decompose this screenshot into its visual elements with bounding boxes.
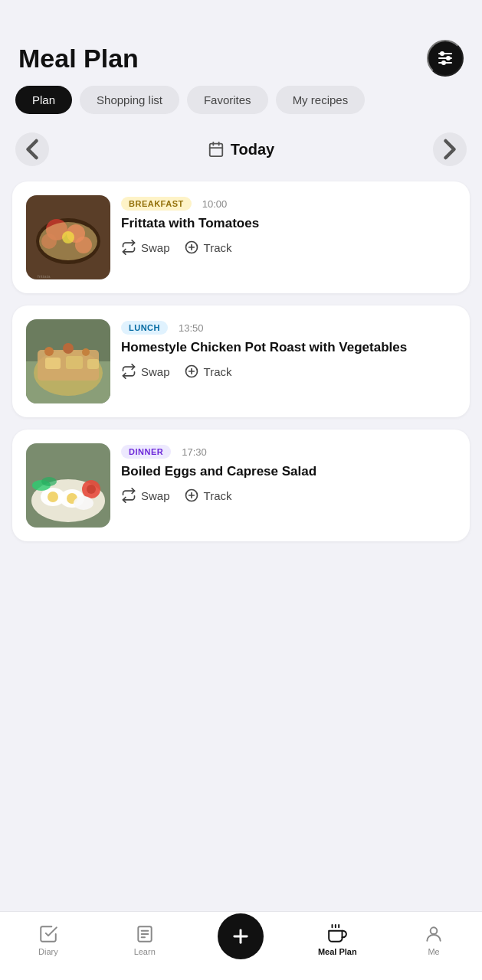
meal-name-breakfast: Frittata with Tomatoes [121, 215, 456, 232]
bottom-navigation: Diary Learn Meal Plan [0, 911, 482, 980]
plus-circle-icon-dinner [184, 488, 199, 503]
tab-shopping-list[interactable]: Shopping list [80, 86, 179, 114]
swap-button-dinner[interactable]: Swap [121, 488, 170, 503]
plus-circle-icon [184, 240, 199, 255]
svg-point-30 [44, 347, 54, 356]
meal-meta-breakfast: BREAKFAST 10:00 [121, 197, 456, 211]
swap-icon [121, 240, 136, 255]
swap-button-breakfast[interactable]: Swap [121, 240, 170, 255]
diary-icon [38, 924, 58, 944]
learn-icon [135, 924, 155, 944]
meal-name-lunch: Homestyle Chicken Pot Roast with Vegetab… [121, 339, 456, 356]
meal-badge-dinner: DINNER [121, 445, 171, 459]
meal-info-lunch: LUNCH 13:50 Homestyle Chicken Pot Roast … [121, 319, 456, 379]
tab-plan[interactable]: Plan [15, 86, 72, 114]
svg-point-44 [87, 485, 96, 494]
page-header: Meal Plan [0, 0, 482, 86]
add-button[interactable] [218, 913, 264, 959]
date-navigation: Today [0, 126, 482, 181]
svg-rect-29 [87, 359, 99, 369]
filter-button[interactable] [427, 40, 464, 77]
nav-item-add[interactable] [193, 913, 290, 967]
filter-icon [436, 49, 454, 67]
meal-badge-lunch: LUNCH [121, 321, 168, 335]
nav-item-diary[interactable]: Diary [0, 924, 97, 956]
nav-item-learn[interactable]: Learn [97, 924, 193, 956]
swap-button-lunch[interactable]: Swap [121, 364, 170, 379]
svg-point-46 [41, 477, 57, 486]
meal-image-breakfast: frittata [26, 195, 110, 279]
swap-icon-dinner [121, 488, 136, 503]
svg-rect-28 [66, 356, 83, 369]
meal-info-dinner: DINNER 17:30 Boiled Eggs and Caprese Sal… [121, 443, 456, 503]
nav-item-me[interactable]: Me [385, 924, 482, 956]
meal-meta-dinner: DINNER 17:30 [121, 445, 456, 459]
track-button-dinner[interactable]: Track [184, 488, 232, 503]
svg-rect-6 [210, 144, 223, 157]
nav-label-me: Me [428, 947, 439, 956]
swap-icon-lunch [121, 364, 136, 379]
mealplan-icon [327, 924, 347, 944]
next-date-button[interactable] [433, 132, 467, 166]
svg-text:frittata: frittata [38, 274, 51, 279]
svg-point-32 [82, 348, 90, 356]
meal-meta-lunch: LUNCH 13:50 [121, 321, 456, 335]
svg-point-31 [63, 343, 74, 354]
meal-actions-dinner: Swap Track [121, 488, 456, 503]
svg-point-61 [431, 927, 438, 934]
svg-point-17 [62, 231, 74, 243]
meal-time-lunch: 13:50 [175, 322, 204, 334]
plus-icon [230, 926, 251, 947]
svg-point-3 [447, 57, 450, 60]
tab-my-recipes[interactable]: My recipes [276, 86, 366, 114]
meal-time-breakfast: 10:00 [199, 198, 228, 210]
current-date: Today [49, 141, 433, 158]
meal-badge-breakfast: BREAKFAST [121, 197, 192, 211]
nav-item-mealplan[interactable]: Meal Plan [289, 924, 385, 956]
nav-label-learn: Learn [134, 947, 156, 956]
tab-favorites[interactable]: Favorites [187, 86, 268, 114]
page-title: Meal Plan [18, 44, 139, 74]
meals-list: frittata BREAKFAST 10:00 Frittata with T… [0, 181, 482, 541]
meal-actions-lunch: Swap Track [121, 364, 456, 379]
plus-circle-icon-lunch [184, 364, 199, 379]
nav-label-diary: Diary [38, 947, 58, 956]
track-button-breakfast[interactable]: Track [184, 240, 232, 255]
profile-icon [424, 924, 444, 944]
svg-point-5 [442, 61, 445, 64]
svg-point-1 [441, 52, 444, 55]
meal-card-lunch: LUNCH 13:50 Homestyle Chicken Pot Roast … [12, 305, 470, 417]
svg-point-47 [74, 496, 93, 510]
prev-date-button[interactable] [15, 132, 49, 166]
meal-name-dinner: Boiled Eggs and Caprese Salad [121, 463, 456, 480]
svg-point-40 [48, 492, 58, 502]
meal-info-breakfast: BREAKFAST 10:00 Frittata with Tomatoes [121, 195, 456, 255]
track-button-lunch[interactable]: Track [184, 364, 232, 379]
chevron-right-icon [433, 132, 467, 166]
meal-actions-breakfast: Swap Track [121, 240, 456, 255]
calendar-icon [208, 141, 225, 158]
meal-card-dinner: DINNER 17:30 Boiled Eggs and Caprese Sal… [12, 430, 470, 541]
meal-card-breakfast: frittata BREAKFAST 10:00 Frittata with T… [12, 181, 470, 293]
svg-rect-27 [45, 358, 61, 369]
meal-image-dinner [26, 443, 110, 528]
tab-bar: Plan Shopping list Favorites My recipes [0, 86, 482, 126]
meal-image-lunch [26, 319, 110, 403]
nav-label-mealplan: Meal Plan [318, 947, 357, 956]
meal-time-dinner: 17:30 [179, 446, 207, 458]
chevron-left-icon [15, 132, 49, 166]
